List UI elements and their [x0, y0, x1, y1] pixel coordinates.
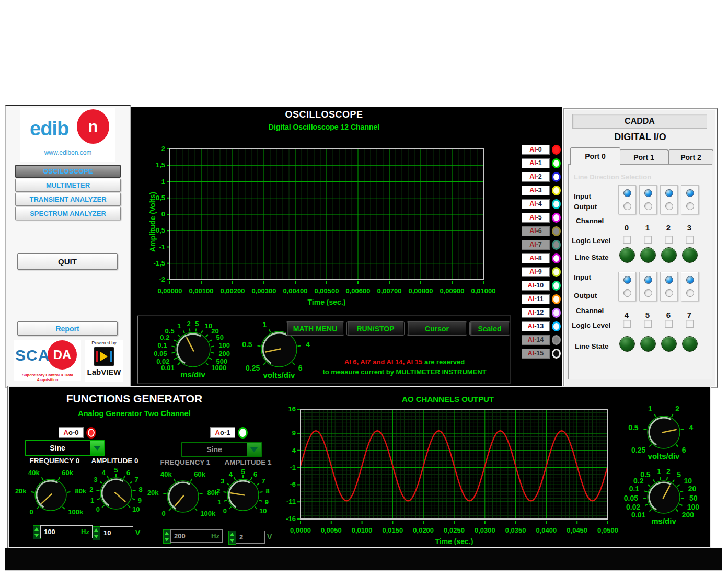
- channel-ai-10-color-indicator[interactable]: [552, 281, 561, 291]
- channel-ai-11-color-indicator[interactable]: [552, 294, 561, 304]
- frequency0-spinner[interactable]: [33, 525, 41, 539]
- ao-volts-div-knob[interactable]: 0.250.51246volts/div: [621, 402, 707, 468]
- ch4-logic-level-checkbox[interactable]: [623, 320, 631, 328]
- ch7-logic-level-checkbox[interactable]: [686, 320, 694, 328]
- ch1-logic-level-checkbox[interactable]: [644, 236, 652, 244]
- channel-ai-1-label[interactable]: AI-1: [522, 158, 550, 168]
- ao0-waveform-select[interactable]: Sine: [25, 440, 105, 456]
- ch6-output-radio[interactable]: [665, 289, 673, 297]
- channel-ai-12-label[interactable]: AI-12: [522, 308, 550, 318]
- channel-ai-11-label[interactable]: AI-11: [522, 294, 550, 304]
- ch3-logic-level-checkbox[interactable]: [686, 236, 694, 244]
- channel-ai-3-color-indicator[interactable]: [552, 186, 561, 195]
- amplitude0-input[interactable]: 10: [100, 526, 133, 539]
- ao-ms-div-knob[interactable]: 0.010.020.050.10.20.5125102050100200ms/d…: [618, 465, 709, 537]
- channel-ai-0-color-indicator[interactable]: [552, 145, 561, 155]
- ch2-logic-level-checkbox[interactable]: [665, 236, 673, 244]
- ch7-input-radio[interactable]: [686, 276, 694, 284]
- amplitude1-up-icon[interactable]: [230, 533, 234, 536]
- frequency0-input[interactable]: 100Hz: [40, 525, 93, 538]
- channel-ai-14-label[interactable]: AI-14: [522, 335, 550, 345]
- channel-ai-5-color-indicator[interactable]: [552, 213, 561, 223]
- ch7-output-radio[interactable]: [686, 289, 694, 297]
- ch6-logic-level-checkbox[interactable]: [665, 320, 673, 328]
- ao0-enable-led[interactable]: [86, 427, 96, 439]
- channel-ai-8-color-indicator[interactable]: [552, 253, 561, 263]
- ch4-output-radio[interactable]: [623, 289, 631, 297]
- channel-ai-15-label[interactable]: AI-15: [522, 349, 550, 359]
- svg-text:40k: 40k: [160, 470, 172, 478]
- ao1-enable-led[interactable]: [238, 427, 248, 439]
- frequency1-spinner[interactable]: [163, 529, 171, 544]
- scaled-button[interactable]: Scaled: [469, 321, 510, 336]
- ch4-input-radio[interactable]: [623, 276, 631, 284]
- svg-text:0,00000: 0,00000: [158, 287, 182, 295]
- channel-ai-3-label[interactable]: AI-3: [522, 186, 550, 195]
- tab-port-2[interactable]: Port 2: [668, 149, 713, 165]
- frequency0-up-icon[interactable]: [34, 527, 39, 531]
- ch5-output-radio[interactable]: [644, 289, 652, 297]
- ao1-waveform-arrow-icon[interactable]: [247, 443, 261, 456]
- channel-ai-6-color-indicator[interactable]: [552, 226, 561, 236]
- frequency0-down-icon[interactable]: [34, 534, 39, 537]
- osc-ms-div-knob[interactable]: 0.010.020.050.10.20.51251020501002005001…: [143, 317, 242, 384]
- ch1-output-radio[interactable]: [644, 202, 652, 210]
- ch0-logic-level-checkbox[interactable]: [623, 236, 631, 244]
- amplitude1-down-icon[interactable]: [230, 539, 234, 543]
- channel-ai-13-color-indicator[interactable]: [552, 321, 561, 331]
- ch0-input-radio[interactable]: [623, 189, 631, 197]
- channel-ai-0-label[interactable]: AI-0: [522, 145, 550, 155]
- frequency1-down-icon[interactable]: [165, 538, 169, 541]
- channel-ai-15-color-indicator[interactable]: [552, 349, 561, 359]
- tab-port-0[interactable]: Port 0: [570, 147, 620, 165]
- run-stop-button[interactable]: RUN/STOP: [346, 321, 405, 336]
- channel-ai-4-label[interactable]: AI-4: [522, 199, 550, 209]
- channel-ai-13-label[interactable]: AI-13: [522, 321, 550, 331]
- ao0-waveform-arrow-icon[interactable]: [90, 441, 104, 455]
- tab-port-1[interactable]: Port 1: [619, 149, 668, 165]
- amplitude0-up-icon[interactable]: [94, 528, 98, 532]
- amplitude0-spinner[interactable]: [93, 526, 100, 540]
- amplitude1-knob[interactable]: 012345678910: [204, 465, 282, 531]
- cursor-button[interactable]: Cursor: [407, 321, 467, 336]
- ao1-waveform-select[interactable]: Sine: [181, 442, 262, 457]
- ch2-input-radio[interactable]: [665, 189, 673, 197]
- ch1-input-radio[interactable]: [644, 189, 652, 197]
- sidebar-item-spectrum-analyzer[interactable]: SPECTRUM ANALYZER: [15, 207, 121, 220]
- channel-ai-9-label[interactable]: AI-9: [522, 267, 550, 277]
- channel-ai-7-color-indicator[interactable]: [552, 240, 561, 250]
- channel-ai-6-label[interactable]: AI-6: [522, 226, 550, 236]
- math-menu-button[interactable]: MATH MENU: [286, 321, 344, 336]
- report-button[interactable]: Report: [17, 321, 118, 336]
- svg-text:0,0450: 0,0450: [567, 526, 587, 534]
- ch6-input-radio[interactable]: [665, 276, 673, 284]
- channel-ai-10-label[interactable]: AI-10: [522, 281, 550, 291]
- svg-text:0: 0: [161, 210, 165, 218]
- channel-ai-1-color-indicator[interactable]: [552, 158, 561, 168]
- ch2-output-radio[interactable]: [665, 202, 673, 210]
- ch3-output-radio[interactable]: [686, 202, 694, 210]
- channel-ai-2-color-indicator[interactable]: [552, 172, 561, 182]
- ch5-input-radio[interactable]: [644, 276, 652, 284]
- ch0-output-radio[interactable]: [623, 202, 631, 210]
- amplitude1-input[interactable]: 2: [236, 531, 265, 544]
- channel-ai-7-label[interactable]: AI-7: [522, 240, 550, 250]
- channel-ai-5-label[interactable]: AI-5: [522, 213, 550, 223]
- channel-ai-9-color-indicator[interactable]: [552, 267, 561, 277]
- quit-button[interactable]: QUIT: [17, 253, 118, 270]
- amplitude0-down-icon[interactable]: [94, 535, 98, 538]
- sidebar-item-multimeter[interactable]: MULTIMETER: [15, 179, 121, 192]
- frequency1-input[interactable]: 200Hz: [170, 529, 223, 543]
- sidebar-item-transient-analyzer[interactable]: TRANSIENT ANALYZER: [15, 193, 121, 206]
- channel-ai-2-label[interactable]: AI-2: [522, 172, 550, 182]
- ch3-input-radio[interactable]: [686, 189, 694, 197]
- frequency1-up-icon[interactable]: [165, 532, 169, 535]
- channel-ai-8-label[interactable]: AI-8: [522, 253, 550, 263]
- amplitude1-spinner[interactable]: [228, 531, 236, 545]
- channel-ai-12-color-indicator[interactable]: [552, 308, 561, 318]
- channel-ai-4-color-indicator[interactable]: [552, 199, 561, 209]
- oscilloscope-controls: 0.010.020.050.10.20.51251020501002005001…: [137, 315, 511, 384]
- channel-ai-14-color-indicator[interactable]: [552, 335, 561, 345]
- sidebar-item-osciloscope[interactable]: OSCILOSCOPE: [15, 165, 121, 178]
- ch5-logic-level-checkbox[interactable]: [644, 320, 652, 328]
